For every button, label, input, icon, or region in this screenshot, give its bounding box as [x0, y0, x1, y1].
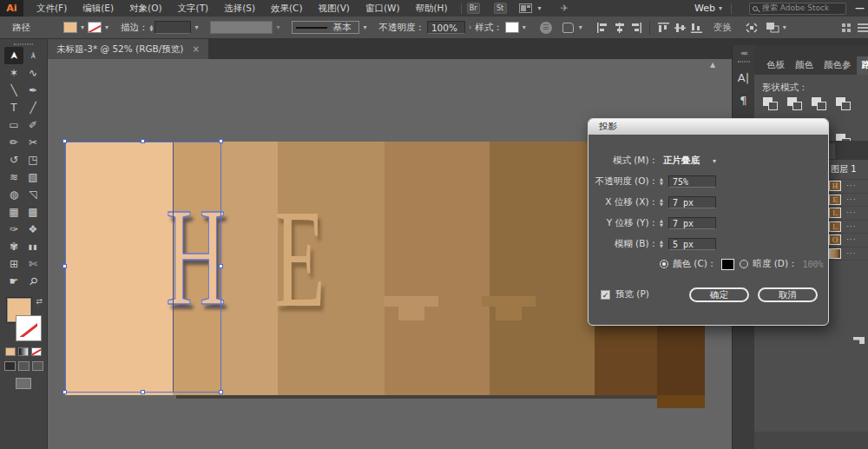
export-icon[interactable]: [853, 337, 865, 344]
layer-target-dots[interactable]: ···: [846, 182, 857, 190]
chevron-down-icon[interactable]: ▾: [523, 23, 526, 31]
menu-item-o[interactable]: 对象(O): [122, 0, 169, 17]
selection-handle[interactable]: [141, 390, 145, 394]
symbol-sprayer-tool[interactable]: ✾: [4, 238, 23, 255]
color-radio[interactable]: [660, 260, 668, 268]
menu-item-v[interactable]: 视图(V): [311, 0, 358, 17]
stroke-swatch[interactable]: [16, 316, 41, 340]
stock-button[interactable]: St: [494, 3, 507, 14]
tab-色板[interactable]: 色板: [761, 56, 790, 75]
paintbrush-tool[interactable]: ✐: [23, 116, 43, 134]
chevron-down-icon[interactable]: ▾: [105, 23, 108, 31]
artboard-tool[interactable]: ⊞: [4, 255, 23, 273]
darkness-radio[interactable]: [740, 260, 748, 268]
x-offset-stepper[interactable]: ▲▼: [660, 198, 663, 207]
artwork-stripe-3[interactable]: [223, 142, 278, 395]
menu-item-s[interactable]: 选择(S): [216, 0, 263, 17]
recolor-artwork-icon[interactable]: ☰: [540, 22, 552, 34]
menu-item-t[interactable]: 文字(T): [170, 0, 217, 17]
selection-handle[interactable]: [219, 264, 223, 268]
align-right-icon[interactable]: [630, 23, 641, 33]
selection-handle[interactable]: [219, 139, 223, 143]
line-tool[interactable]: ╱: [23, 99, 43, 116]
scrollbar-up-icon[interactable]: ▲: [710, 61, 715, 69]
app-logo[interactable]: Ai: [0, 0, 23, 17]
draw-normal-button[interactable]: [4, 361, 16, 371]
layer-thumbnail[interactable]: L: [829, 208, 841, 218]
layer-thumbnail[interactable]: L: [829, 221, 841, 232]
swap-fill-stroke-icon[interactable]: ⇄: [36, 297, 43, 306]
shape-mode-button-3[interactable]: [812, 97, 829, 111]
y-offset-stepper[interactable]: ▲▼: [660, 219, 663, 228]
gradient-tool[interactable]: ▩: [23, 203, 43, 221]
blur-stepper[interactable]: ▲▼: [660, 240, 663, 248]
artwork-stripe-6[interactable]: [490, 142, 595, 395]
align-vcenter-icon[interactable]: [674, 23, 686, 33]
shadow-color-swatch[interactable]: [721, 259, 734, 270]
panel-grip[interactable]: [14, 43, 33, 45]
pencil-tool[interactable]: ✏: [4, 134, 23, 151]
pen-tool[interactable]: ✒: [23, 82, 43, 99]
draw-behind-button[interactable]: [18, 361, 30, 371]
hand-tool[interactable]: ☛: [4, 273, 23, 290]
document-setup-icon[interactable]: [562, 23, 574, 33]
stroke-style-select[interactable]: 基本: [292, 21, 359, 34]
opacity-input[interactable]: 100%: [427, 21, 465, 34]
layer-target-dots[interactable]: ···: [846, 208, 857, 217]
stroke-weight-stepper[interactable]: ▲▼: [150, 24, 154, 31]
selection-handle[interactable]: [62, 264, 67, 268]
chevron-down-icon[interactable]: ▾: [783, 23, 786, 31]
rectangle-tool[interactable]: ▭: [4, 116, 23, 134]
stroke-color-swatch[interactable]: [88, 22, 102, 33]
opacity-input[interactable]: 75%: [668, 175, 716, 188]
free-transform-tool[interactable]: ▧: [23, 168, 43, 186]
cancel-button[interactable]: 取消: [758, 287, 818, 302]
layer-target-dots[interactable]: ···: [846, 195, 857, 204]
chevron-down-icon[interactable]: ▾: [579, 23, 582, 31]
document-tab[interactable]: 未标题-3* @ 52% (RGB/预览) ×: [48, 39, 208, 59]
letter-e[interactable]: E: [274, 189, 326, 328]
expand-icon[interactable]: [746, 23, 758, 33]
panel-options-icon[interactable]: [842, 23, 851, 32]
selection-handle[interactable]: [219, 390, 223, 394]
selection-bounding-box[interactable]: [65, 142, 221, 393]
tab-颜色[interactable]: 颜色: [790, 56, 819, 75]
chevron-down-icon[interactable]: ▾: [713, 157, 716, 165]
graph-tool[interactable]: ▮▮: [23, 238, 43, 255]
chevron-down-icon[interactable]: ▾: [538, 4, 542, 12]
color-button[interactable]: [5, 347, 16, 356]
direct-selection-tool[interactable]: ➢: [23, 47, 43, 64]
dialog-title[interactable]: 投影: [589, 119, 828, 135]
menu-item-f[interactable]: 文件(F): [29, 0, 75, 17]
stroke-weight-input[interactable]: [155, 21, 191, 34]
chevron-right-icon[interactable]: ›: [469, 23, 471, 31]
align-top-icon[interactable]: [658, 23, 669, 33]
shape-mode-button-2[interactable]: [787, 97, 805, 111]
curvature-tool[interactable]: ╲: [4, 82, 23, 99]
panel-grip[interactable]: [738, 61, 750, 63]
brush-definition-select[interactable]: [210, 21, 273, 34]
preview-checkbox[interactable]: ✓: [601, 290, 610, 300]
width-tool[interactable]: ≋: [4, 168, 23, 186]
collapse-panels-icon[interactable]: ««: [733, 49, 754, 57]
y-offset-input[interactable]: 7 px: [668, 217, 716, 229]
scale-tool[interactable]: ◳: [23, 151, 43, 168]
menu-item-e[interactable]: 编辑(E): [75, 0, 122, 17]
scissors-tool[interactable]: ✂: [23, 134, 43, 151]
chevron-down-icon[interactable]: ▾: [276, 23, 279, 31]
character-panel-icon[interactable]: A|: [733, 66, 754, 89]
chevron-down-icon[interactable]: ▾: [363, 23, 366, 31]
paragraph-panel-icon[interactable]: ¶: [733, 89, 754, 111]
lasso-tool[interactable]: ∿: [23, 64, 43, 82]
transform-button[interactable]: 变换: [713, 22, 732, 34]
shape-mode-button-1[interactable]: [763, 97, 780, 111]
draw-inside-button[interactable]: [32, 361, 43, 371]
bridge-button[interactable]: Br: [467, 3, 480, 14]
artwork-stripe-5[interactable]: [385, 142, 490, 395]
selection-handle[interactable]: [141, 139, 145, 143]
none-button[interactable]: [31, 347, 42, 356]
chevron-down-icon[interactable]: ▾: [194, 23, 198, 31]
eyedropper-tool[interactable]: ✑: [4, 221, 23, 238]
align-left-icon[interactable]: [597, 23, 608, 33]
layer-target-dots[interactable]: ···: [846, 235, 857, 244]
